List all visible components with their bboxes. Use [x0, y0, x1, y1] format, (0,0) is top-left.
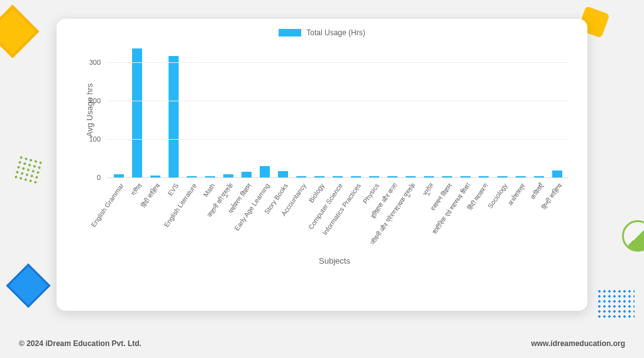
x-slot: गणित [128, 178, 146, 260]
bar[interactable] [479, 176, 489, 177]
bar[interactable] [278, 171, 288, 177]
x-axis-labels: English Grammarगणितहिंदी साहित्यEVSEngli… [107, 178, 569, 260]
bar-slot [493, 43, 511, 177]
bar[interactable] [351, 176, 361, 177]
x-slot: जीवनी और प्रेरणादायक पुस्तकें [402, 178, 420, 260]
x-slot: भूगोल [420, 178, 438, 260]
x-tick-label: Math [201, 182, 216, 198]
bar-slot [182, 43, 201, 177]
bar[interactable] [223, 174, 233, 178]
bar[interactable] [150, 176, 160, 177]
x-slot: English Literature [182, 178, 201, 260]
copyright-text: © 2024 iDream Education Pvt. Ltd. [19, 339, 142, 348]
x-slot: हिंदी साहित्य [146, 178, 164, 260]
legend-label: Total Usage (Hrs) [306, 28, 365, 37]
y-tick: 0 [77, 174, 101, 181]
bar[interactable] [114, 174, 124, 178]
legend-item-total-usage[interactable]: Total Usage (Hrs) [279, 28, 365, 37]
bar-slot [292, 43, 310, 177]
bars-container [107, 43, 569, 177]
bar[interactable] [516, 176, 526, 177]
bar-slot [438, 43, 457, 177]
bar[interactable] [314, 176, 325, 177]
bar[interactable] [552, 171, 562, 177]
x-slot: अर्थशास्त्र [511, 178, 530, 260]
bar[interactable] [534, 176, 544, 177]
bar-slot [128, 43, 146, 177]
bar-slot [164, 43, 182, 177]
bar-slot [237, 43, 255, 177]
bar[interactable] [333, 176, 343, 177]
bar[interactable] [296, 176, 306, 177]
bar[interactable] [205, 176, 215, 177]
bar-slot [457, 43, 475, 177]
bar-slot [475, 43, 493, 177]
grid-line [107, 62, 569, 63]
bar[interactable] [369, 176, 379, 177]
x-slot: Story Books [274, 178, 292, 260]
x-tick-label: कविताएँ [529, 182, 546, 201]
bar-slot [347, 43, 365, 177]
x-tick-label: English Grammar [89, 182, 125, 228]
x-slot: कविताएँ [530, 178, 548, 260]
bar-slot [255, 43, 274, 177]
x-tick-label: Biology [307, 182, 326, 204]
bar[interactable] [460, 176, 470, 177]
bar[interactable] [187, 176, 197, 177]
bar-slot [384, 43, 402, 177]
bar[interactable] [132, 48, 142, 177]
bar-slot [402, 43, 420, 177]
x-slot: Informatics Practices [347, 178, 365, 260]
bar-slot [329, 43, 347, 177]
legend-swatch-icon [279, 29, 301, 36]
bar-slot [109, 43, 128, 177]
x-tick-label: भूगोल [421, 182, 436, 198]
grid-line [107, 139, 569, 140]
bar-slot [530, 43, 548, 177]
grid-line [107, 101, 569, 101]
x-slot: कहानी की पुस्तकें [219, 178, 237, 260]
x-slot: Accountancy [292, 178, 310, 260]
bar-slot [365, 43, 384, 177]
y-tick: 200 [77, 97, 101, 104]
bar[interactable] [242, 172, 252, 177]
bar-slot [274, 43, 292, 177]
y-axis: 0100200300 [77, 43, 104, 177]
y-tick: 100 [77, 135, 101, 143]
bar[interactable] [169, 56, 179, 177]
x-slot: Sociology [493, 178, 511, 260]
x-tick-label: EVS [166, 182, 180, 197]
chart-legend: Total Usage (Hrs) [72, 28, 572, 39]
x-slot: Early Age Learning [255, 178, 274, 260]
bar[interactable] [406, 176, 416, 177]
x-slot: हिन्दी साहित्य [548, 178, 566, 260]
bar[interactable] [497, 176, 508, 177]
x-slot: शारीरिक एवं स्वास्थ्य शिक्षा [457, 178, 475, 260]
x-slot: Math [201, 178, 219, 260]
bar-slot [146, 43, 164, 177]
decor-blue-dots-br [597, 289, 635, 320]
bar[interactable] [260, 166, 270, 177]
x-tick-label: गणित [130, 182, 144, 198]
bar-slot [548, 43, 566, 177]
bar-slot [201, 43, 219, 177]
bar[interactable] [424, 176, 434, 177]
page-footer: © 2024 iDream Education Pvt. Ltd. www.id… [19, 339, 625, 348]
y-tick: 300 [77, 59, 101, 66]
site-url: www.idreameducation.org [531, 339, 625, 348]
bar[interactable] [442, 176, 452, 177]
x-slot: English Grammar [109, 178, 128, 260]
bar-slot [219, 43, 237, 177]
chart-plot-area: Avg Usage hrs 0100200300 [107, 43, 569, 178]
bar[interactable] [387, 176, 397, 177]
bar-slot [511, 43, 530, 177]
x-slot: हिंदी व्याकरण [475, 178, 493, 260]
chart-card: Total Usage (Hrs) Avg Usage hrs 01002003… [57, 19, 587, 311]
bar-slot [311, 43, 329, 177]
bar-slot [420, 43, 438, 177]
